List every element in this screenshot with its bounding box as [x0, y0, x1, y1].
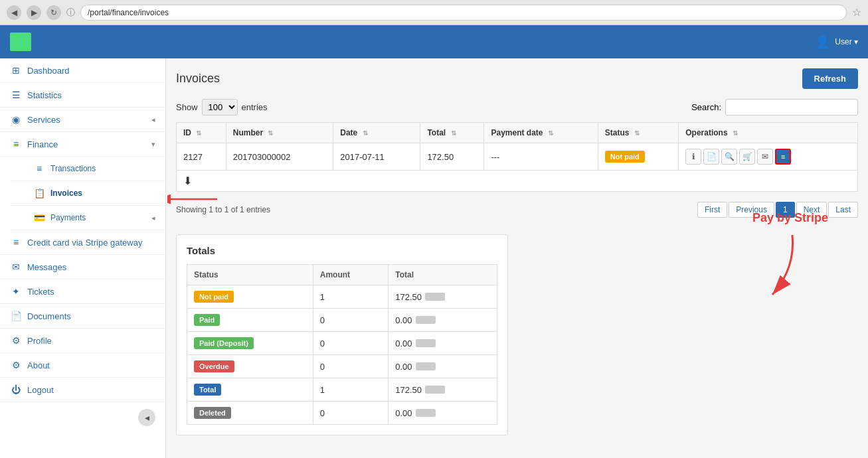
sidebar-collapse-btn[interactable]: ◂: [138, 409, 155, 426]
documents-icon: 📄: [10, 311, 22, 321]
entries-select[interactable]: 100 10 25 50: [202, 99, 238, 115]
totals-amount-paid: 0: [313, 309, 388, 332]
totals-status-paid: Paid: [187, 309, 313, 332]
refresh-button[interactable]: Refresh: [802, 68, 858, 89]
user-avatar-icon: 👤: [815, 35, 829, 49]
payments-chevron: ◂: [151, 214, 155, 222]
bar-deleted: [416, 409, 436, 417]
totals-row-deleted: Deleted 0 0.00: [187, 402, 497, 425]
totals-total-total: 172.50: [389, 378, 497, 402]
sort-status-icon[interactable]: ⇅: [634, 129, 640, 137]
cell-operations: ℹ 📄 🔍 🛒 ✉ ≡: [679, 143, 858, 171]
transactions-icon: ≡: [33, 163, 45, 174]
totals-total-deleted: 0.00: [389, 402, 497, 425]
totals-status-overdue: Overdue: [187, 355, 313, 378]
entries-label: entries: [242, 102, 268, 112]
finance-icon: ≡: [10, 139, 22, 149]
col-status: Status ⇅: [598, 123, 678, 143]
sort-id-icon[interactable]: ⇅: [196, 129, 201, 137]
sidebar-item-finance[interactable]: ≡ Finance ▾: [0, 132, 165, 157]
about-icon: ⚙: [10, 360, 22, 370]
annotation-area: Pay by Stripe: [752, 211, 828, 308]
totals-col-total: Total: [389, 265, 497, 285]
reload-button[interactable]: ↻: [46, 5, 61, 20]
totals-row-overdue: Overdue 0 0.00: [187, 355, 497, 378]
sort-payment-icon[interactable]: ⇅: [548, 129, 553, 137]
op-info-btn[interactable]: ℹ: [685, 149, 701, 165]
sort-number-icon[interactable]: ⇅: [268, 129, 273, 137]
pagination-last[interactable]: Last: [828, 202, 858, 218]
back-button[interactable]: ◀: [7, 5, 21, 20]
sidebar-item-invoices[interactable]: 📋 Invoices: [10, 181, 165, 206]
sidebar-label-dashboard: Dashboard: [27, 66, 70, 76]
dashboard-icon: ⊞: [10, 65, 22, 76]
page-title: Invoices: [176, 72, 220, 86]
op-cart-btn[interactable]: 🛒: [739, 149, 755, 165]
url-bar[interactable]: [80, 5, 847, 21]
col-number: Number ⇅: [226, 123, 333, 143]
pagination-current[interactable]: 1: [776, 202, 795, 218]
pagination-row: Showing 1 to 1 of 1 entries First Previo…: [176, 198, 858, 221]
cell-id: 2127: [177, 143, 226, 171]
totals-col-status: Status: [187, 265, 313, 285]
sort-ops-icon[interactable]: ⇅: [733, 129, 738, 137]
sidebar-item-profile[interactable]: ⚙ Profile: [0, 329, 165, 353]
sort-total-icon[interactable]: ⇅: [451, 129, 456, 137]
totals-col-amount: Amount: [313, 265, 388, 285]
finance-chevron: ▾: [151, 140, 155, 149]
pagination-previous[interactable]: Previous: [729, 202, 774, 218]
tickets-icon: ✦: [10, 286, 22, 297]
totals-status-total: Total: [187, 378, 313, 402]
op-detail-btn[interactable]: 🔍: [721, 149, 737, 165]
bar-overdue: [416, 362, 436, 370]
operations-cell: ℹ 📄 🔍 🛒 ✉ ≡: [685, 149, 851, 165]
cell-number: 201703000002: [226, 143, 333, 171]
sidebar-label-profile: Profile: [27, 336, 52, 346]
totals-amount-overdue: 0: [313, 355, 388, 378]
bar-total: [425, 386, 445, 394]
sidebar-item-about[interactable]: ⚙ About: [0, 353, 165, 378]
totals-row-total: Total 1 172.50: [187, 378, 497, 402]
totals-total-paid-deposit: 0.00: [389, 332, 497, 355]
sidebar-item-credit-card[interactable]: ≡ Credit card via Stripe gateway: [0, 230, 165, 255]
sidebar-item-logout[interactable]: ⏻ Logout: [0, 378, 165, 402]
totals-status-not-paid: Not paid: [187, 285, 313, 309]
op-doc-btn[interactable]: 📄: [703, 149, 719, 165]
op-stripe-btn[interactable]: ≡: [775, 149, 791, 165]
sidebar-label-services: Services: [27, 115, 60, 125]
sidebar-item-payments[interactable]: 💳 Payments ◂: [10, 206, 165, 230]
sidebar-item-tickets[interactable]: ✦ Tickets: [0, 279, 165, 304]
messages-icon: ✉: [10, 262, 22, 272]
sidebar-item-services[interactable]: ◉ Services ◂: [0, 108, 165, 132]
cell-payment-date: ---: [484, 143, 598, 171]
totals-amount-not-paid: 1: [313, 285, 388, 309]
pagination-next[interactable]: Next: [796, 202, 827, 218]
op-mail-btn[interactable]: ✉: [757, 149, 773, 165]
totals-amount-total: 1: [313, 378, 388, 402]
forward-button[interactable]: ▶: [27, 5, 41, 20]
totals-section: Totals Status Amount Total Not paid 1 17…: [176, 234, 508, 435]
info-icon: ⓘ: [66, 7, 75, 19]
cell-total: 172.50: [420, 143, 484, 171]
sidebar-item-messages[interactable]: ✉ Messages: [0, 255, 165, 279]
totals-title: Totals: [187, 245, 497, 256]
sidebar-item-documents[interactable]: 📄 Documents: [0, 304, 165, 329]
sidebar-label-statistics: Statistics: [27, 90, 62, 100]
app-header: 👤 User ▾: [0, 25, 868, 58]
sidebar-label-messages: Messages: [27, 262, 66, 272]
sidebar-item-dashboard[interactable]: ⊞ Dashboard: [0, 58, 165, 83]
show-label: Show: [176, 102, 198, 112]
invoices-table: ID ⇅ Number ⇅ Date ⇅ Total ⇅ Payment dat…: [176, 122, 858, 192]
sort-date-icon[interactable]: ⇅: [363, 129, 368, 137]
bar-not-paid: [425, 293, 445, 301]
app-logo: [10, 33, 37, 51]
main-layout: ⊞ Dashboard ☰ Statistics ◉ Services ◂ ≡ …: [0, 58, 868, 458]
search-input[interactable]: [725, 99, 858, 115]
pagination-buttons: First Previous 1 Next Last: [697, 202, 858, 218]
pagination-first[interactable]: First: [697, 202, 727, 218]
sidebar-item-transactions[interactable]: ≡ Transactions: [10, 157, 165, 181]
show-entries: Show 100 10 25 50 entries: [176, 99, 268, 115]
col-total: Total ⇅: [420, 123, 484, 143]
totals-status-paid-deposit: Paid (Deposit): [187, 332, 313, 355]
sidebar-item-statistics[interactable]: ☰ Statistics: [0, 83, 165, 108]
